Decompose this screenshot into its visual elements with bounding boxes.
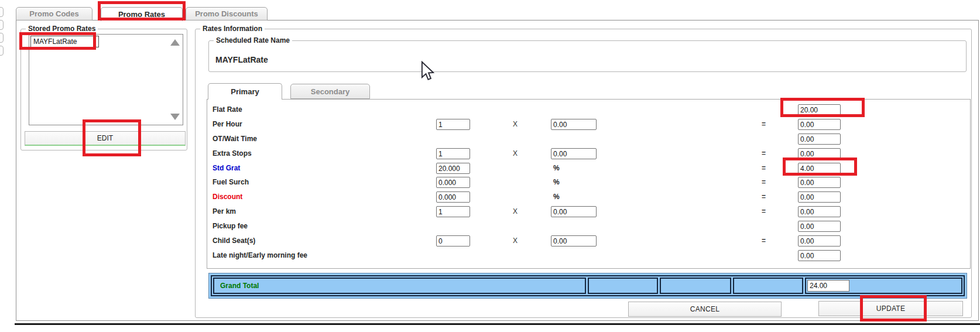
rate-row-flat-rate: Flat Rate xyxy=(207,104,970,116)
cursor-icon xyxy=(421,61,434,84)
child-seats-result-input[interactable] xyxy=(798,235,841,247)
promo-rates-screen: Promo Codes Promo Rates Promo Discounts … xyxy=(0,0,980,332)
extra-stops-qty-input[interactable] xyxy=(436,148,470,159)
extra-stops-label: Extra Stops xyxy=(213,149,252,158)
rate-row-ot-wait-time: OT/Wait Time xyxy=(207,134,970,145)
scheduled-rate-name-legend: Scheduled Rate Name xyxy=(214,36,292,45)
grand-total-cell xyxy=(588,278,658,294)
fuel-surch-qty-input[interactable] xyxy=(436,177,470,188)
percent-sign: % xyxy=(553,178,560,186)
ot-wait-time-result-input[interactable] xyxy=(798,134,841,145)
grand-total-cell xyxy=(733,278,803,294)
equals-sign: = xyxy=(762,207,766,215)
equals-sign: = xyxy=(762,149,766,158)
per-km-qty-input[interactable] xyxy=(436,206,470,217)
per-hour-qty-input[interactable] xyxy=(436,119,470,130)
per-km-rate-input[interactable] xyxy=(551,206,597,217)
std-grat-label: Std Grat xyxy=(213,164,240,172)
multiply-sign: X xyxy=(510,149,520,158)
left-edge-partial-button[interactable] xyxy=(0,46,4,56)
ot-wait-time-label: OT/Wait Time xyxy=(213,135,257,143)
grand-total-cell xyxy=(805,278,962,294)
tab-secondary[interactable]: Secondary xyxy=(290,84,370,99)
tab-primary[interactable]: Primary xyxy=(208,83,282,100)
flat-rate-label: Flat Rate xyxy=(213,105,242,114)
equals-sign: = xyxy=(762,120,766,128)
per-hour-rate-input[interactable] xyxy=(551,119,597,130)
pickup-fee-result-input[interactable] xyxy=(798,221,841,232)
percent-sign: % xyxy=(553,193,560,201)
multiply-sign: X xyxy=(510,237,520,245)
rate-row-child-seats: Child Seat(s) X = xyxy=(207,235,970,247)
rate-row-late-night-fee: Late night/Early morning fee xyxy=(207,250,970,262)
rates-information-legend: Rates Information xyxy=(200,25,265,33)
equals-sign: = xyxy=(762,193,766,201)
tab-promo-discounts[interactable]: Promo Discounts xyxy=(186,7,268,20)
grand-total-row: Grand Total xyxy=(208,273,967,299)
rate-row-pickup-fee: Pickup fee xyxy=(207,221,970,232)
extra-stops-rate-input[interactable] xyxy=(551,148,597,159)
child-seats-label: Child Seat(s) xyxy=(213,237,255,245)
per-hour-result-input[interactable] xyxy=(798,119,841,130)
left-edge-partial-button[interactable] xyxy=(0,33,4,43)
stored-promo-rates-group: Stored Promo Rates MAYFLatRate EDIT xyxy=(20,29,187,150)
tab-promo-rates[interactable]: Promo Rates xyxy=(101,7,183,21)
left-edge-partial-button[interactable] xyxy=(0,7,4,17)
std-grat-qty-input[interactable] xyxy=(436,163,470,174)
per-hour-label: Per Hour xyxy=(213,120,242,128)
primary-rates-panel: Flat Rate Per Hour X = OT/Wait Time Extr… xyxy=(207,99,971,269)
child-seats-qty-input[interactable] xyxy=(436,235,470,247)
discount-qty-input[interactable] xyxy=(436,191,470,203)
rate-row-per-km: Per km X = xyxy=(207,206,970,218)
discount-result-input[interactable] xyxy=(798,191,841,203)
stored-promo-rates-legend: Stored Promo Rates xyxy=(26,25,98,33)
per-km-label: Per km xyxy=(213,207,236,215)
update-button[interactable]: UPDATE xyxy=(818,301,963,316)
stored-rate-item[interactable]: MAYFLatRate xyxy=(30,36,99,47)
scroll-down-icon[interactable] xyxy=(170,114,180,120)
extra-stops-result-input[interactable] xyxy=(798,148,841,159)
grand-total-cell: Grand Total xyxy=(213,278,586,294)
rate-row-std-grat: Std Grat % = xyxy=(207,163,970,174)
per-km-result-input[interactable] xyxy=(798,206,841,217)
percent-sign: % xyxy=(553,164,560,172)
left-edge-partial-button[interactable] xyxy=(0,20,4,30)
child-seats-rate-input[interactable] xyxy=(551,235,597,247)
edit-button[interactable]: EDIT xyxy=(25,131,186,146)
grand-total-input[interactable] xyxy=(807,280,849,292)
grand-total-table: Grand Total xyxy=(211,275,965,296)
scroll-up-icon[interactable] xyxy=(170,39,180,46)
grand-total-label: Grand Total xyxy=(214,282,259,290)
rate-row-fuel-surch: Fuel Surch % = xyxy=(207,177,970,189)
scheduled-rate-name-value: MAYFLatRate xyxy=(215,55,268,64)
flat-rate-result-input[interactable] xyxy=(798,104,841,115)
scheduled-rate-name-group: Scheduled Rate Name MAYFLatRate xyxy=(208,40,967,72)
tab-promo-codes[interactable]: Promo Codes xyxy=(16,7,92,20)
fuel-surch-label: Fuel Surch xyxy=(213,178,249,186)
equals-sign: = xyxy=(762,164,766,172)
multiply-sign: X xyxy=(510,207,520,215)
std-grat-result-input[interactable] xyxy=(798,163,841,174)
rate-row-per-hour: Per Hour X = xyxy=(207,119,970,131)
pickup-fee-label: Pickup fee xyxy=(213,222,248,230)
discount-label: Discount xyxy=(213,193,242,201)
rate-row-extra-stops: Extra Stops X = xyxy=(207,148,970,160)
window-bottom-edge xyxy=(15,323,980,325)
stored-rates-listbox[interactable]: MAYFLatRate xyxy=(29,34,183,125)
equals-sign: = xyxy=(762,237,766,245)
equals-sign: = xyxy=(762,178,766,186)
grand-total-cell xyxy=(660,278,731,294)
fuel-surch-result-input[interactable] xyxy=(798,177,841,188)
cancel-button[interactable]: CANCEL xyxy=(628,302,782,317)
late-night-fee-result-input[interactable] xyxy=(798,250,841,261)
rate-row-discount: Discount % = xyxy=(207,191,970,203)
multiply-sign: X xyxy=(510,120,520,128)
late-night-fee-label: Late night/Early morning fee xyxy=(213,251,307,259)
